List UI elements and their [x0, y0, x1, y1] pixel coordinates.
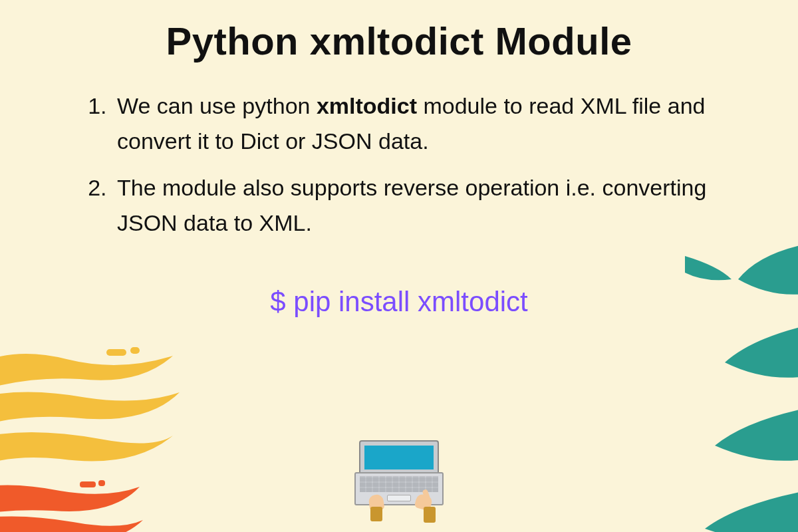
list-item-bold: xmltodict	[317, 93, 417, 118]
teal-squiggle-icon	[598, 239, 798, 532]
install-command: $ pip install xmltodict	[0, 286, 798, 318]
svg-rect-3	[98, 480, 105, 486]
yellow-brush-icon	[0, 339, 186, 485]
list-item-text-pre: We can use python	[117, 93, 317, 118]
svg-rect-0	[106, 349, 126, 356]
list-item-text: The module also supports reverse operati…	[117, 175, 706, 235]
svg-rect-1	[130, 347, 140, 354]
orange-brush-icon	[0, 479, 146, 532]
page-title: Python xmltodict Module	[0, 0, 798, 63]
list-item: The module also supports reverse operati…	[113, 170, 712, 240]
feature-list: We can use python xmltodict module to re…	[86, 88, 712, 241]
laptop-hands-icon	[349, 440, 449, 520]
list-item: We can use python xmltodict module to re…	[113, 88, 712, 158]
svg-rect-2	[80, 481, 96, 487]
